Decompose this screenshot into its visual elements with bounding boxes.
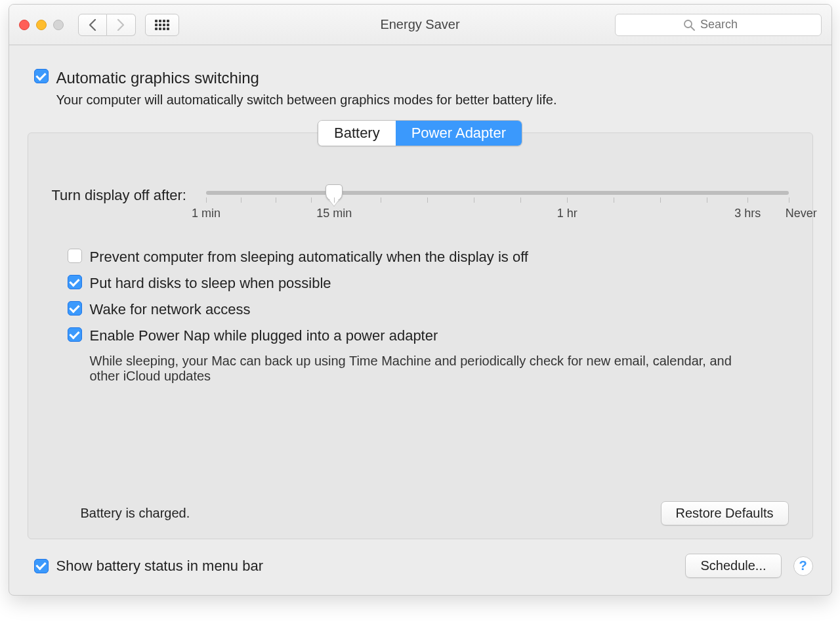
search-input[interactable] (700, 18, 753, 31)
help-button[interactable]: ? (793, 556, 813, 576)
hard-disks-checkbox[interactable] (68, 275, 82, 289)
bottom-bar: Show battery status in menu bar Schedule… (9, 539, 831, 595)
svg-point-0 (684, 20, 692, 28)
grid-icon (155, 20, 169, 30)
prevent-sleep-label: Prevent computer from sleeping automatic… (90, 249, 529, 266)
wake-network-checkbox[interactable] (68, 301, 82, 316)
hard-disks-label: Put hard disks to sleep when possible (90, 275, 331, 292)
panel-footer: Battery is charged. Restore Defaults (52, 501, 789, 525)
show-all-button[interactable] (145, 14, 179, 36)
power-nap-description: While sleeping, your Mac can back up usi… (90, 354, 746, 384)
display-off-label: Turn display off after: (52, 186, 186, 204)
display-off-slider[interactable]: 1 min 15 min 1 hr 3 hrs Never (206, 186, 789, 222)
chevron-left-icon (89, 19, 96, 31)
content-area: Automatic graphics switching Your comput… (9, 45, 831, 539)
prevent-sleep-checkbox[interactable] (68, 249, 82, 263)
tab-power-adapter[interactable]: Power Adapter (396, 121, 522, 146)
power-nap-option: Enable Power Nap while plugged into a po… (68, 327, 789, 344)
minimize-window-button[interactable] (36, 20, 47, 30)
slider-tick-labels: 1 min 15 min 1 hr 3 hrs Never (206, 207, 789, 222)
slider-ticks (206, 197, 789, 204)
options-list: Prevent computer from sleeping automatic… (68, 249, 789, 384)
show-battery-checkbox[interactable] (34, 559, 49, 573)
auto-graphics-row: Automatic graphics switching (34, 69, 813, 87)
search-icon (683, 19, 695, 31)
show-battery-label: Show battery status in menu bar (56, 558, 264, 575)
slider-track (206, 191, 789, 195)
chevron-right-icon (117, 19, 125, 31)
prevent-sleep-option: Prevent computer from sleeping automatic… (68, 249, 789, 266)
schedule-button[interactable]: Schedule... (685, 554, 781, 578)
tab-battery[interactable]: Battery (318, 121, 396, 146)
power-nap-label: Enable Power Nap while plugged into a po… (90, 327, 438, 344)
power-nap-checkbox[interactable] (68, 327, 82, 342)
titlebar: Energy Saver (9, 5, 831, 45)
auto-graphics-description: Your computer will automatically switch … (56, 92, 813, 108)
traffic-lights (19, 20, 64, 30)
settings-panel: Battery Power Adapter Turn display off a… (28, 133, 813, 539)
close-window-button[interactable] (19, 20, 30, 30)
forward-button[interactable] (107, 14, 136, 36)
auto-graphics-label: Automatic graphics switching (56, 69, 259, 87)
back-button[interactable] (78, 14, 107, 36)
hard-disks-option: Put hard disks to sleep when possible (68, 275, 789, 292)
auto-graphics-checkbox[interactable] (34, 69, 49, 83)
tab-segmented-control: Battery Power Adapter (318, 120, 522, 146)
battery-status: Battery is charged. (81, 506, 190, 521)
wake-network-option: Wake for network access (68, 301, 789, 318)
wake-network-label: Wake for network access (90, 301, 251, 318)
restore-defaults-button[interactable]: Restore Defaults (661, 501, 789, 525)
display-off-slider-row: Turn display off after: 1 min 15 min (52, 186, 789, 222)
energy-saver-window: Energy Saver Automatic graphics switchin… (9, 4, 832, 596)
zoom-window-button[interactable] (53, 20, 64, 30)
svg-line-1 (691, 27, 694, 30)
search-field[interactable] (615, 14, 822, 36)
nav-buttons (78, 14, 136, 36)
